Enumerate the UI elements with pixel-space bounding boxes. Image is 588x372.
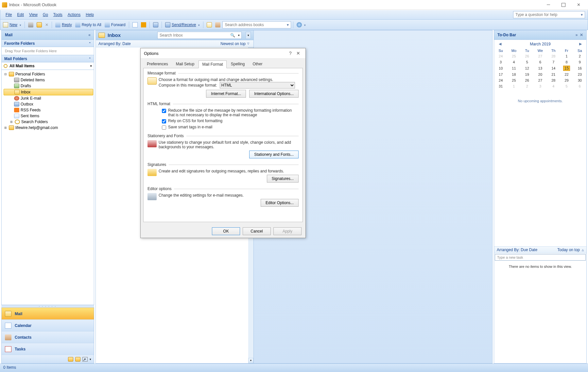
address-book-search-input[interactable] [223,23,285,27]
tab-mail-setup[interactable]: Mail Setup [172,60,198,68]
calendar-day[interactable]: 2 [521,83,534,89]
reduce-size-checkbox[interactable] [162,109,166,113]
tree-inbox[interactable]: Inbox [4,89,93,95]
tab-spelling[interactable]: Spelling [227,60,249,68]
all-mail-items[interactable]: All Mail Items ▾ [2,62,94,70]
next-month-icon[interactable]: ▶ [578,41,583,47]
calendar-day[interactable]: 24 [494,77,507,83]
calendar-day[interactable]: 1 [507,83,520,89]
calendar-day[interactable]: 3 [494,59,507,65]
calendar-day[interactable]: 21 [547,72,560,77]
calendar-day[interactable]: 31 [494,83,507,89]
menu-view[interactable]: View [26,11,40,18]
splitter-grip[interactable]: • • • • • • [1,305,94,308]
dialog-help-icon[interactable]: ? [286,51,294,56]
chevron-down-icon[interactable]: ▾ [579,12,585,17]
tree-sent[interactable]: Sent Items [4,113,93,119]
calendar-day[interactable]: 27 [534,53,547,59]
dialog-close-icon[interactable]: ✕ [294,51,302,56]
move-button[interactable] [35,22,43,28]
menu-help[interactable]: Help [83,11,96,18]
tree-deleted-items[interactable]: Deleted Items [4,77,93,83]
delete-button[interactable]: ✕ [44,22,50,28]
close-button[interactable] [571,0,586,9]
followup-button[interactable] [140,22,147,28]
sort-arrow-icon[interactable]: △ [582,249,584,251]
maximize-button[interactable] [556,0,571,9]
menu-file[interactable]: File [3,11,14,18]
address-book-search[interactable]: ▾ [222,21,291,28]
calendar-day[interactable]: 26 [521,77,534,83]
tab-mail-format[interactable]: Mail Format [199,60,226,68]
new-task-input[interactable]: Type a new task [495,254,586,261]
new-button[interactable]: New [2,22,23,28]
calendar-day[interactable]: 28 [547,53,560,59]
chevron-down-icon[interactable]: ▾ [236,34,241,37]
calendar-day[interactable]: 2 [573,53,586,59]
calendar-day[interactable]: 28 [547,77,560,83]
find-button[interactable] [152,22,160,28]
unread-button[interactable] [205,22,213,28]
calendar-day[interactable]: 25 [507,53,520,59]
calendar-day[interactable]: 12 [521,65,534,72]
calendar-day[interactable]: 19 [521,72,534,77]
calendar-day[interactable]: 5 [521,59,534,65]
reply-all-button[interactable]: Reply to All [74,22,103,28]
smart-tags-checkbox[interactable] [162,125,166,130]
task-arrange-bar[interactable]: Arranged By: Due Date Today on top △ [494,246,586,253]
calendar-day[interactable]: 1 [560,53,573,59]
notes-icon[interactable] [68,357,73,362]
reply-button[interactable]: Reply [54,22,73,28]
calendar-day[interactable]: 9 [573,59,586,65]
ok-button[interactable]: OK [212,227,240,235]
dialog-title-bar[interactable]: Options ? ✕ [141,48,305,58]
help-search[interactable]: ▾ [513,11,585,18]
calendar-day[interactable]: 6 [534,59,547,65]
calendar-day[interactable]: 13 [534,65,547,72]
calendar-day[interactable]: 4 [547,83,560,89]
calendar-day[interactable]: 20 [534,72,547,77]
calendar-day[interactable]: 11 [507,65,520,72]
rely-css-checkbox[interactable] [162,119,166,123]
prev-month-icon[interactable]: ◀ [497,41,503,47]
folder-list-icon[interactable] [75,357,80,362]
arranged-by-label[interactable]: Arranged By: Date [98,41,131,46]
shortcuts-icon[interactable]: ↗ [82,357,88,362]
signatures-button[interactable]: Signatures... [267,175,299,183]
minimize-button[interactable] [541,0,556,9]
calendar-day[interactable]: 5 [560,83,573,89]
editor-options-button[interactable]: Editor Options... [261,199,299,207]
chevron-down-icon[interactable]: ▾ [285,23,291,27]
tab-other[interactable]: Other [249,60,266,68]
tree-junk[interactable]: Junk E-mail [4,95,93,101]
tree-search-folders[interactable]: ⊞Search Folders [4,119,93,125]
calendar-day[interactable]: 24 [494,53,507,59]
mail-folders-header[interactable]: Mail Folders ⌃ [1,55,94,62]
calendar-grid[interactable]: SuMoTuWeThFrSa 2425262728123456789101112… [494,48,586,89]
calendar-day[interactable]: 26 [521,53,534,59]
favorite-folders-header[interactable]: Favorite Folders ⌃ [1,40,94,47]
calendar-day[interactable]: 15 [560,65,573,72]
tab-preferences[interactable]: Preferences [143,60,172,68]
nav-mail-button[interactable]: Mail [2,308,94,319]
tree-gmail[interactable]: ⊞lifewire.help@gmail.com [4,125,93,131]
tree-rss[interactable]: RSS Feeds [4,107,93,113]
menu-actions[interactable]: Actions [65,11,83,18]
search-icon[interactable]: 🔍 [229,33,236,38]
tree-outbox[interactable]: Outbox [4,101,93,107]
help-search-input[interactable] [513,12,579,17]
scroll-down-icon[interactable]: ▾ [248,358,253,363]
print-button[interactable] [27,22,35,28]
calendar-day[interactable]: 3 [534,83,547,89]
menu-go[interactable]: Go [40,11,51,18]
nav-contacts-button[interactable]: Contacts [2,331,94,343]
chevron-right-icon[interactable]: » ✕ [576,33,583,37]
tree-personal-folders[interactable]: ⊟Personal Folders [4,71,93,77]
chevron-up-icon[interactable]: ⌃ [89,42,91,45]
calendar-day[interactable]: 29 [560,77,573,83]
forward-button[interactable]: Forward [103,22,127,28]
calendar-day[interactable]: 17 [494,72,507,77]
internet-format-button[interactable]: Internet Format... [206,90,246,98]
inbox-search-input[interactable] [158,33,229,38]
sort-order-label[interactable]: Newest on top [220,41,246,46]
